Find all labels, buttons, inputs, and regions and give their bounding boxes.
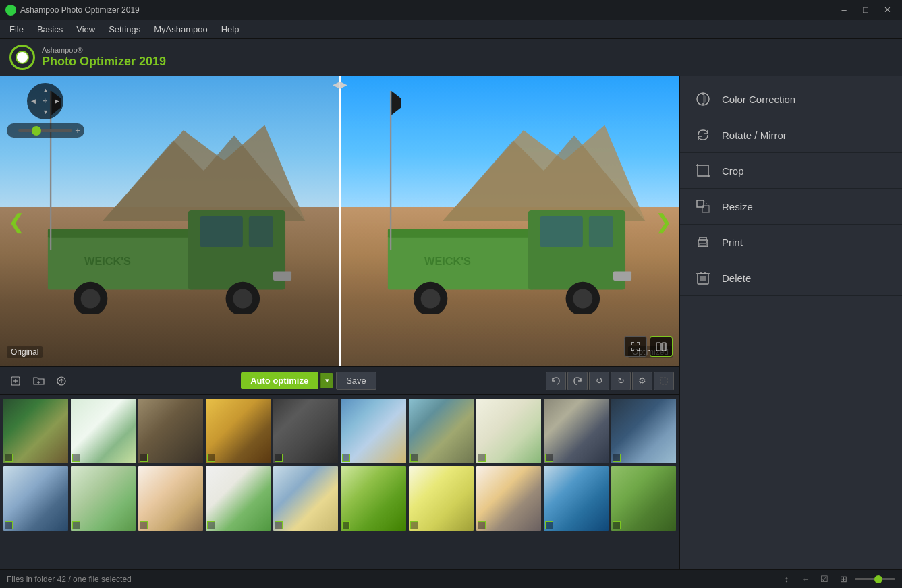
panel-delete[interactable]: Delete [680,260,902,296]
split-handle[interactable]: ◀ ▶ [333,76,347,90]
panel-print[interactable]: Print [680,225,902,260]
svg-rect-28 [390,91,391,251]
thumbnail-15[interactable] [273,465,339,531]
close-button[interactable]: ✕ [878,3,897,18]
thumbnail-14[interactable] [205,465,271,531]
thumbnail-19[interactable] [543,465,609,531]
next-photo-button[interactable]: ❯ [651,204,675,238]
thumbnail-size-slider[interactable] [855,578,895,580]
thumbnail-5[interactable] [273,398,339,464]
thumb-check-8 [478,454,486,462]
menu-view[interactable]: View [69,22,102,36]
svg-text:WEICK'S: WEICK'S [424,255,471,267]
delete-label: Delete [722,272,751,284]
thumbnail-2[interactable] [70,398,136,464]
thumbnail-3[interactable] [138,398,204,464]
thumbnail-13[interactable] [138,465,204,531]
thumbnail-17[interactable] [408,465,474,531]
zoom-in-icon[interactable]: + [75,125,80,136]
svg-line-50 [704,200,709,206]
toolbar-right: ↺ ↻ ⚙ [546,372,674,390]
svg-point-8 [81,289,101,309]
undo2-button[interactable] [567,372,588,390]
panel-color-correction[interactable]: Color Correction [680,82,902,117]
photo-canvas: WEICK'S [0,76,679,366]
titlebar-title: Ashampoo Photo Optimizer 2019 [20,5,835,15]
auto-optimize-dropdown[interactable]: ▾ [320,373,333,388]
svg-rect-26 [613,271,631,281]
app-icon [5,5,16,16]
minimize-button[interactable]: – [835,3,853,18]
menu-myashampoo[interactable]: MyAshampoo [147,22,214,36]
menu-settings[interactable]: Settings [102,22,147,36]
thumb-check-7 [410,454,418,462]
thumbnail-12[interactable] [70,465,136,531]
color-correction-label: Color Correction [722,94,795,105]
panel-rotate-mirror[interactable]: Rotate / Mirror [680,117,902,153]
thumbnail-18[interactable] [476,465,542,531]
add-folder-button[interactable] [28,371,49,391]
svg-rect-31 [662,343,666,351]
back-button[interactable]: ← [798,572,813,586]
truck-left: WEICK'S [27,192,312,314]
maximize-button[interactable]: □ [856,3,875,18]
fullscreen-button[interactable] [624,336,647,357]
zoom-out-icon[interactable]: – [11,125,16,136]
thumbnail-6[interactable] [340,398,406,464]
rotate-right-button[interactable]: ↻ [611,372,631,390]
photo-area: ◀ ✛ ▶ – + [0,76,679,588]
svg-point-10 [233,289,253,309]
prev-photo-button[interactable]: ❮ [4,204,28,238]
thumbnail-7[interactable] [408,398,474,464]
arrow-left-icon: ◀ [333,79,340,90]
thumbnail-1[interactable] [3,398,69,464]
menu-file[interactable]: File [3,22,30,36]
menu-basics[interactable]: Basics [30,22,69,36]
titlebar-controls: – □ ✕ [835,3,897,18]
add-file-button[interactable] [5,371,26,391]
svg-text:WEICK'S: WEICK'S [84,255,131,267]
select-button[interactable] [654,372,674,390]
app-title: Photo Optimizer 2019 [42,55,166,69]
thumb-check-2 [72,454,80,462]
svg-rect-39 [660,378,667,384]
thumbnail-9[interactable] [543,398,609,464]
photo-right-optimized: WEICK'S [340,76,680,366]
edit-button[interactable] [51,371,72,391]
settings-button[interactable]: ⚙ [632,372,652,390]
split-view-button[interactable] [650,336,673,357]
auto-optimize-button[interactable]: Auto optimize [241,372,318,389]
pan-control[interactable]: ◀ ✛ ▶ [27,83,63,119]
thumbnail-10[interactable] [611,398,677,464]
undo-button[interactable] [546,372,566,390]
zoom-slider-row: – + [7,123,84,138]
svg-point-25 [573,289,592,309]
grid-button[interactable]: ⊞ [836,572,851,586]
rotate-left-button[interactable]: ↺ [589,372,609,390]
statusbar-right: ↕ ← ☑ ⊞ [779,572,895,586]
pan-center-icon: ✛ [43,98,48,105]
toolbar: Auto optimize ▾ Save ↺ ↻ ⚙ [0,366,679,394]
thumb-check-15 [275,521,283,529]
check-button[interactable]: ☑ [817,572,832,586]
appheader: Ashampoo® Photo Optimizer 2019 [0,39,902,76]
thumb-check-17 [410,521,418,529]
thumbnail-4[interactable] [205,398,271,464]
zoom-controls: ◀ ✛ ▶ – + [7,83,84,138]
split-line[interactable]: ◀ ▶ [339,76,341,366]
panel-crop[interactable]: Crop [680,153,902,189]
thumbnail-11[interactable] [3,465,69,531]
thumbnail-8[interactable] [476,398,542,464]
save-button[interactable]: Save [336,372,376,390]
delete-icon [694,268,712,287]
svg-rect-11 [273,271,291,281]
thumbnail-20[interactable] [611,465,677,531]
thumbnail-16[interactable] [340,465,406,531]
menu-help[interactable]: Help [215,22,246,36]
thumb-check-19 [545,521,553,529]
sort-button[interactable]: ↕ [779,572,794,586]
panel-resize[interactable]: Resize [680,189,902,225]
svg-point-23 [420,289,440,309]
toolbar-center: Auto optimize ▾ Save [74,372,543,390]
zoom-slider[interactable] [18,129,72,132]
